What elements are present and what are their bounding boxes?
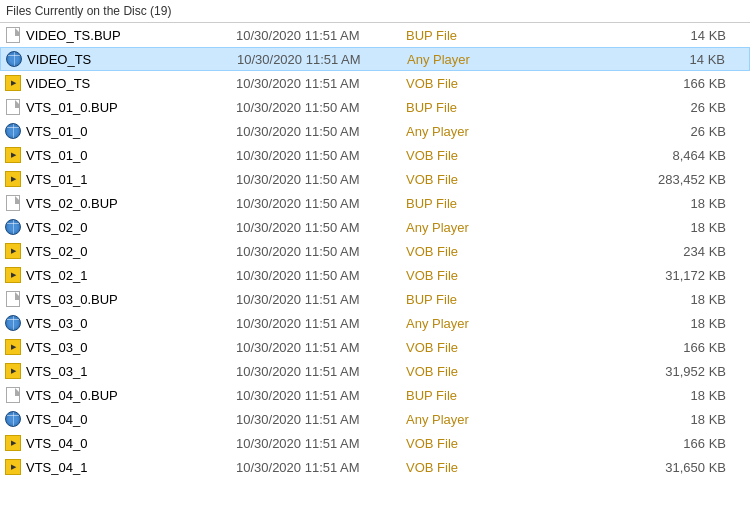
file-size: 26 KB xyxy=(526,100,746,115)
file-size: 31,952 KB xyxy=(526,364,746,379)
file-name: VTS_01_1 xyxy=(26,172,236,187)
globe-icon xyxy=(4,315,22,331)
vob-icon xyxy=(4,147,22,163)
vob-icon xyxy=(4,243,22,259)
file-type: Any Player xyxy=(406,316,526,331)
file-name: VTS_01_0 xyxy=(26,124,236,139)
file-size: 166 KB xyxy=(526,436,746,451)
file-name: VTS_01_0 xyxy=(26,148,236,163)
file-date: 10/30/2020 11:51 AM xyxy=(236,76,406,91)
file-date: 10/30/2020 11:50 AM xyxy=(236,100,406,115)
file-date: 10/30/2020 11:50 AM xyxy=(236,124,406,139)
file-date: 10/30/2020 11:50 AM xyxy=(236,172,406,187)
globe-icon xyxy=(5,51,23,67)
file-size: 283,452 KB xyxy=(526,172,746,187)
table-row[interactable]: VTS_02_010/30/2020 11:50 AMAny Player18 … xyxy=(0,215,750,239)
file-size: 234 KB xyxy=(526,244,746,259)
vob-icon xyxy=(4,339,22,355)
vob-icon xyxy=(4,75,22,91)
table-row[interactable]: VTS_02_010/30/2020 11:50 AMVOB File234 K… xyxy=(0,239,750,263)
file-date: 10/30/2020 11:51 AM xyxy=(236,436,406,451)
file-date: 10/30/2020 11:51 AM xyxy=(236,28,406,43)
file-date: 10/30/2020 11:50 AM xyxy=(236,196,406,211)
file-size: 18 KB xyxy=(526,316,746,331)
header: Files Currently on the Disc (19) xyxy=(0,0,750,23)
file-name: VTS_01_0.BUP xyxy=(26,100,236,115)
file-name: VTS_02_1 xyxy=(26,268,236,283)
table-row[interactable]: VTS_03_010/30/2020 11:51 AMAny Player18 … xyxy=(0,311,750,335)
file-name: VTS_03_0 xyxy=(26,316,236,331)
file-date: 10/30/2020 11:51 AM xyxy=(236,412,406,427)
table-row[interactable]: VTS_03_010/30/2020 11:51 AMVOB File166 K… xyxy=(0,335,750,359)
globe-icon xyxy=(4,219,22,235)
table-row[interactable]: VTS_03_0.BUP10/30/2020 11:51 AMBUP File1… xyxy=(0,287,750,311)
file-type: VOB File xyxy=(406,460,526,475)
file-type: VOB File xyxy=(406,172,526,187)
file-size: 18 KB xyxy=(526,292,746,307)
file-type: Any Player xyxy=(406,124,526,139)
file-name: VIDEO_TS xyxy=(26,76,236,91)
file-type: VOB File xyxy=(406,268,526,283)
globe-icon xyxy=(4,123,22,139)
file-type: BUP File xyxy=(406,292,526,307)
file-icon xyxy=(4,195,22,211)
file-date: 10/30/2020 11:50 AM xyxy=(236,268,406,283)
file-type: VOB File xyxy=(406,76,526,91)
file-size: 18 KB xyxy=(526,196,746,211)
table-row[interactable]: VTS_02_0.BUP10/30/2020 11:50 AMBUP File1… xyxy=(0,191,750,215)
table-row[interactable]: VTS_04_010/30/2020 11:51 AMVOB File166 K… xyxy=(0,431,750,455)
file-name: VTS_04_0.BUP xyxy=(26,388,236,403)
file-name: VTS_03_1 xyxy=(26,364,236,379)
file-type: VOB File xyxy=(406,148,526,163)
file-date: 10/30/2020 11:51 AM xyxy=(236,292,406,307)
file-icon xyxy=(4,99,22,115)
table-row[interactable]: VTS_04_110/30/2020 11:51 AMVOB File31,65… xyxy=(0,455,750,479)
table-row[interactable]: VIDEO_TS10/30/2020 11:51 AMVOB File166 K… xyxy=(0,71,750,95)
file-name: VTS_02_0.BUP xyxy=(26,196,236,211)
file-date: 10/30/2020 11:51 AM xyxy=(236,340,406,355)
file-date: 10/30/2020 11:51 AM xyxy=(237,52,407,67)
table-row[interactable]: VIDEO_TS10/30/2020 11:51 AMAny Player14 … xyxy=(0,47,750,71)
header-title: Files Currently on the Disc (19) xyxy=(6,4,171,18)
table-row[interactable]: VTS_04_0.BUP10/30/2020 11:51 AMBUP File1… xyxy=(0,383,750,407)
file-icon xyxy=(4,291,22,307)
file-date: 10/30/2020 11:50 AM xyxy=(236,148,406,163)
file-type: BUP File xyxy=(406,28,526,43)
file-icon xyxy=(4,27,22,43)
table-row[interactable]: VTS_01_110/30/2020 11:50 AMVOB File283,4… xyxy=(0,167,750,191)
file-size: 18 KB xyxy=(526,220,746,235)
file-type: VOB File xyxy=(406,244,526,259)
file-name: VIDEO_TS.BUP xyxy=(26,28,236,43)
table-row[interactable]: VTS_01_010/30/2020 11:50 AMVOB File8,464… xyxy=(0,143,750,167)
table-row[interactable]: VTS_01_010/30/2020 11:50 AMAny Player26 … xyxy=(0,119,750,143)
file-type: Any Player xyxy=(407,52,527,67)
vob-icon xyxy=(4,459,22,475)
table-row[interactable]: VTS_02_110/30/2020 11:50 AMVOB File31,17… xyxy=(0,263,750,287)
file-name: VTS_03_0.BUP xyxy=(26,292,236,307)
file-name: VTS_04_0 xyxy=(26,412,236,427)
table-row[interactable]: VTS_03_110/30/2020 11:51 AMVOB File31,95… xyxy=(0,359,750,383)
file-size: 31,172 KB xyxy=(526,268,746,283)
file-size: 166 KB xyxy=(526,340,746,355)
file-type: BUP File xyxy=(406,100,526,115)
file-type: BUP File xyxy=(406,196,526,211)
vob-icon xyxy=(4,171,22,187)
file-size: 26 KB xyxy=(526,124,746,139)
file-type: VOB File xyxy=(406,340,526,355)
file-name: VIDEO_TS xyxy=(27,52,237,67)
file-size: 31,650 KB xyxy=(526,460,746,475)
table-row[interactable]: VIDEO_TS.BUP10/30/2020 11:51 AMBUP File1… xyxy=(0,23,750,47)
file-name: VTS_04_0 xyxy=(26,436,236,451)
file-date: 10/30/2020 11:51 AM xyxy=(236,316,406,331)
file-size: 8,464 KB xyxy=(526,148,746,163)
file-name: VTS_02_0 xyxy=(26,244,236,259)
table-row[interactable]: VTS_01_0.BUP10/30/2020 11:50 AMBUP File2… xyxy=(0,95,750,119)
file-date: 10/30/2020 11:51 AM xyxy=(236,388,406,403)
file-date: 10/30/2020 11:51 AM xyxy=(236,460,406,475)
file-type: Any Player xyxy=(406,220,526,235)
file-size: 18 KB xyxy=(526,388,746,403)
file-size: 18 KB xyxy=(526,412,746,427)
table-row[interactable]: VTS_04_010/30/2020 11:51 AMAny Player18 … xyxy=(0,407,750,431)
file-type: Any Player xyxy=(406,412,526,427)
file-name: VTS_04_1 xyxy=(26,460,236,475)
